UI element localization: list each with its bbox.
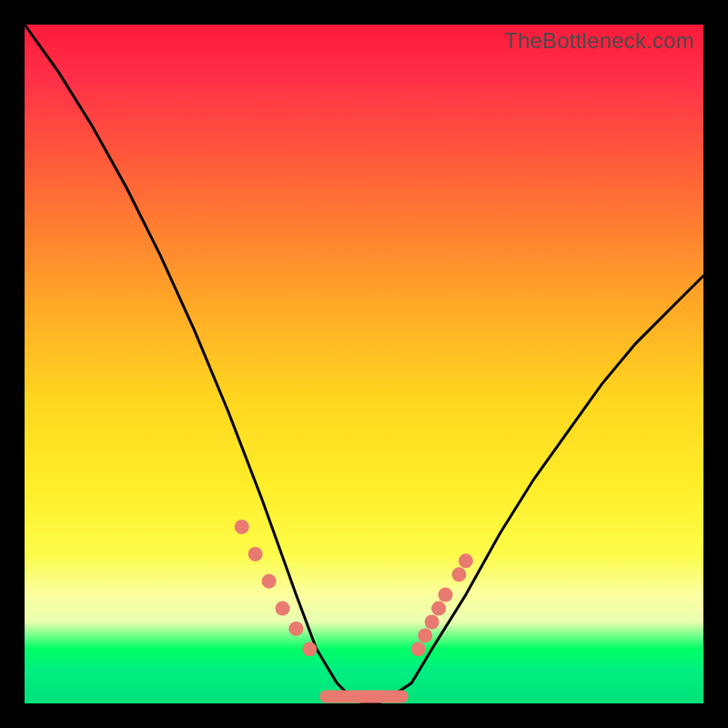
marker-dot (262, 574, 277, 589)
marker-dot (411, 642, 426, 656)
chart-frame: TheBottleneck.com (0, 0, 728, 728)
marker-dot (451, 567, 466, 581)
bottleneck-curve (25, 25, 703, 703)
markers-floor (319, 691, 409, 703)
markers-right (411, 553, 473, 656)
marker-dot (418, 628, 432, 642)
marker-dot (248, 547, 263, 561)
marker-dot (439, 588, 453, 602)
marker-dot (288, 622, 303, 636)
marker-dot (235, 520, 249, 534)
marker-dot (431, 602, 446, 616)
marker-dot (425, 615, 440, 630)
curve-path (25, 25, 703, 703)
chart-plot-area: TheBottleneck.com (25, 25, 703, 703)
marker-dot (459, 553, 473, 568)
marker-dot (276, 602, 290, 616)
marker-dot (302, 642, 317, 656)
